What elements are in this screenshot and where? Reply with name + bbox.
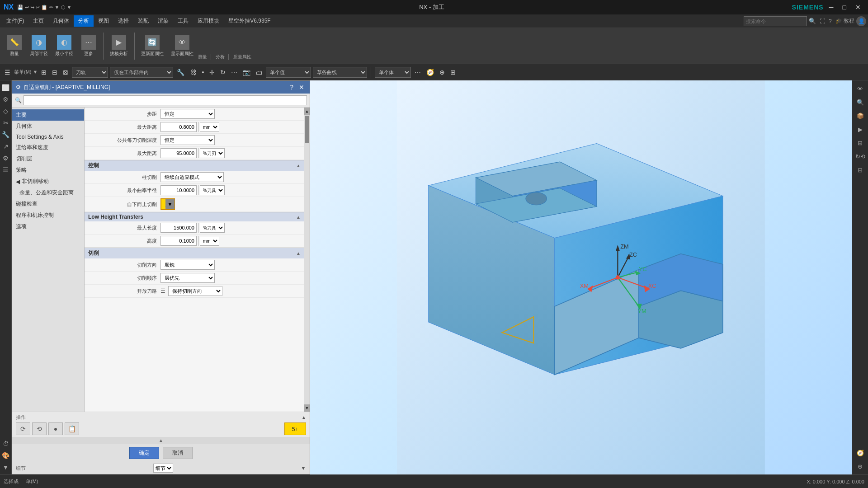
operations-collapse[interactable]: ▲: [302, 415, 306, 420]
search-input[interactable]: [744, 16, 807, 26]
section-header-low-height[interactable]: Low Height Transfers ▲: [85, 212, 304, 221]
sidebar-settings-icon[interactable]: ⚙: [0, 94, 11, 105]
curve-select[interactable]: 草务曲线: [313, 67, 367, 78]
bottom-up-dropdown-arrow[interactable]: ▼: [165, 199, 175, 209]
maximize-button[interactable]: □: [839, 2, 850, 13]
nav-item-strategy[interactable]: 策略: [12, 164, 84, 176]
op-btn-refresh[interactable]: ⟳: [16, 422, 30, 435]
sec-point-icon[interactable]: •: [200, 68, 206, 77]
op-btn-undo[interactable]: ⟲: [32, 422, 47, 435]
search-button[interactable]: 🔍: [807, 18, 818, 24]
menu-plugin[interactable]: 星空外挂V6.935F: [224, 15, 275, 27]
section-header-control[interactable]: 控制 ▲: [85, 160, 304, 171]
sec-tool-3[interactable]: ⊠: [61, 68, 70, 77]
fullscreen-icon[interactable]: ⛶: [818, 18, 827, 24]
sidebar-geometry-icon[interactable]: ◇: [0, 106, 11, 117]
rsb-snap-icon[interactable]: ⊕: [854, 460, 867, 473]
sidebar-path-icon[interactable]: ↗: [0, 141, 11, 152]
menu-home[interactable]: 主页: [28, 15, 48, 27]
sec-filter-icon[interactable]: 🔧: [175, 68, 186, 77]
tool-local-radius[interactable]: ◑ 局部半径: [27, 33, 51, 59]
nav-item-options[interactable]: 选项: [12, 221, 84, 232]
dialog-close-button[interactable]: ✕: [297, 83, 306, 92]
tool-measure[interactable]: 📏 测量: [4, 33, 25, 59]
viewport[interactable]: ZM ZC XC YC XM YM: [310, 80, 852, 474]
select-height-unit[interactable]: mm: [200, 236, 219, 246]
sec-snap-icon[interactable]: ⊕: [438, 68, 447, 77]
menu-render[interactable]: 渲染: [153, 15, 173, 27]
cancel-button[interactable]: 取消: [163, 447, 193, 459]
select-per-pass[interactable]: 恒定: [160, 135, 215, 145]
mode-select[interactable]: 刀轨: [72, 67, 108, 78]
input-max-dist2[interactable]: [160, 148, 197, 158]
scroll-thumb[interactable]: [305, 116, 309, 143]
confirm-button[interactable]: 确定: [129, 447, 159, 459]
tutorial-icon[interactable]: 🎓 教程: [834, 17, 856, 25]
menu-analysis[interactable]: 分析: [74, 15, 94, 27]
tool-update-face[interactable]: 🔄 更新面属性: [138, 33, 166, 59]
select-step-type[interactable]: 恒定: [160, 109, 215, 119]
nav-item-collision[interactable]: 碰撞检查: [12, 198, 84, 210]
menu-select[interactable]: 选择: [113, 15, 133, 27]
sec-box-icon[interactable]: 🗃: [254, 68, 264, 77]
op-btn-copy[interactable]: 📋: [65, 422, 79, 435]
nav-item-geometry[interactable]: 几何体: [12, 121, 84, 132]
rsb-eye-icon[interactable]: 👁: [854, 82, 867, 95]
sidebar-select-icon[interactable]: ⬜: [0, 82, 11, 93]
bottom-up-yellow-btn[interactable]: 关 ▼: [160, 198, 175, 210]
nav-item-tolerance[interactable]: 余量、公差和安全距离: [12, 187, 84, 198]
rsb-zoom-icon[interactable]: ⊞: [854, 136, 867, 149]
menu-view[interactable]: 视图: [94, 15, 113, 27]
sec-orient-icon[interactable]: 🧭: [425, 68, 436, 77]
sidebar-cut-icon[interactable]: ✂: [0, 117, 11, 128]
nav-item-program[interactable]: 程序和机床控制: [12, 210, 84, 221]
sec-tool-2[interactable]: ⊟: [50, 68, 59, 77]
sidebar-color-icon[interactable]: 🎨: [0, 450, 11, 461]
rsb-play-icon[interactable]: ▶: [854, 123, 867, 136]
nav-item-main[interactable]: 主要: [12, 109, 84, 121]
select-cut-order[interactable]: 层优先: [160, 273, 215, 283]
sidebar-tool-icon[interactable]: 🔧: [0, 129, 11, 140]
select-col-cut[interactable]: 继续自适应模式: [160, 172, 224, 182]
sidebar-mfg-icon[interactable]: ⚙: [0, 153, 11, 164]
collapse-arrow[interactable]: ▲: [12, 437, 310, 444]
sec-camera-icon[interactable]: 📷: [241, 68, 252, 77]
sec-grid-icon[interactable]: ⊞: [448, 68, 458, 77]
sec-chain-icon[interactable]: ⛓: [188, 68, 198, 77]
nav-item-feedrate[interactable]: 进给率和速度: [12, 142, 84, 153]
minimize-button[interactable]: ─: [826, 2, 837, 13]
menu-appmodule[interactable]: 应用模块: [193, 15, 224, 27]
nav-icon[interactable]: ☰: [3, 68, 12, 77]
menu-file[interactable]: 文件(F): [2, 15, 28, 27]
input-height[interactable]: [160, 236, 197, 246]
tool-min-radius[interactable]: ◐ 最小半径: [52, 33, 76, 59]
rsb-eye2-icon[interactable]: 🔍: [854, 96, 867, 108]
rsb-orient-icon[interactable]: 🧭: [854, 446, 867, 459]
op-btn-record[interactable]: ●: [48, 422, 63, 435]
tool-draft-analysis[interactable]: ▶ 拔模分析: [107, 33, 131, 59]
sec-more-icon[interactable]: ⋯: [229, 68, 239, 77]
sidebar-arrow-icon[interactable]: ▼: [0, 462, 11, 473]
rsb-rotate-icon[interactable]: ↻⟲: [854, 150, 867, 163]
dialog-title-bar[interactable]: ⚙ 自适应铣削 - [ADAPTIVE_MILLING] ? ✕: [12, 81, 310, 94]
scroll-up-btn[interactable]: ▲: [304, 108, 310, 115]
scope-select[interactable]: 仅在工作部件内: [110, 67, 173, 78]
help-icon[interactable]: ?: [827, 18, 834, 24]
nav-item-non-cutting[interactable]: ◀ 非切削移动: [12, 176, 84, 187]
input-min-radius[interactable]: [160, 185, 197, 195]
select-max-length-unit[interactable]: %刀具: [200, 223, 225, 233]
select-cut-dir[interactable]: 顺铣: [160, 260, 215, 270]
tool-show-face[interactable]: 👁 显示面属性: [168, 33, 196, 59]
single-value-select[interactable]: 单个值: [266, 67, 311, 78]
tool-more[interactable]: ⋯ 更多: [78, 33, 99, 59]
sidebar-time-icon[interactable]: ⏱: [0, 438, 11, 449]
sec-tool-1[interactable]: ⊞: [39, 68, 48, 77]
select-max-dist2-unit[interactable]: %刀刃: [200, 148, 225, 158]
menu-assembly[interactable]: 装配: [133, 15, 153, 27]
input-max-dist[interactable]: [160, 122, 197, 132]
detail-select[interactable]: 细节: [153, 464, 173, 473]
op-btn-generate[interactable]: 5+: [284, 422, 306, 435]
sec-rotate-icon[interactable]: ↻: [218, 68, 227, 77]
menu-tools[interactable]: 工具: [173, 15, 193, 27]
sidebar-list-icon[interactable]: ☰: [0, 164, 11, 175]
